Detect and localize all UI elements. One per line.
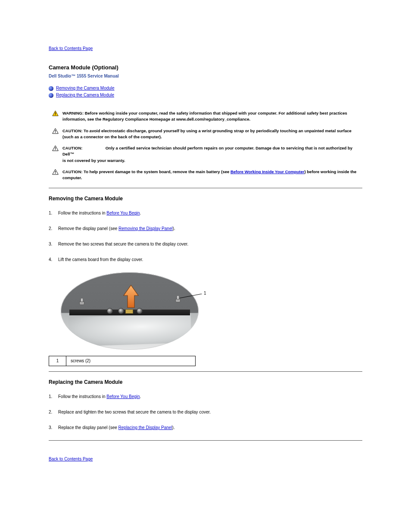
svg-rect-8 <box>55 149 56 150</box>
before-you-begin-link[interactable]: Before You Begin <box>106 394 140 399</box>
screw-icon <box>79 298 84 308</box>
legend-num: 1 <box>49 356 66 366</box>
replacing-display-panel-link[interactable]: Replacing the Display Panel <box>118 425 172 430</box>
warning-icon <box>52 112 59 117</box>
step: Lift the camera board from the display c… <box>49 257 362 263</box>
legend-text: screws (2) <box>66 356 196 366</box>
screw-icon <box>175 296 180 306</box>
svg-rect-10 <box>55 171 56 173</box>
bullet-icon <box>49 93 53 98</box>
divider <box>49 371 362 372</box>
toc-link-replace[interactable]: Replacing the Camera Module <box>56 92 114 98</box>
step-text: . <box>140 211 141 215</box>
caution-tech-line2: is not covered by your warranty. <box>62 158 125 163</box>
caution-icon <box>52 130 59 135</box>
caution-label: CAUTION: <box>62 146 82 150</box>
legend-table: 1 screws (2) <box>49 356 196 366</box>
table-of-contents: Removing the Camera Module Replacing the… <box>49 85 362 98</box>
caution-esd-text: CAUTION: To avoid electrostatic discharg… <box>62 127 361 144</box>
back-to-contents-top[interactable]: Back to Contents Page <box>49 46 93 52</box>
step: Follow the instructions in Before You Be… <box>49 210 362 216</box>
step-text: . <box>140 394 141 399</box>
divider <box>49 188 362 188</box>
step-text: ). <box>173 226 175 231</box>
caution-tech-cont: Only a certified service technician shou… <box>62 146 352 156</box>
step: Follow the instructions in Before You Be… <box>49 394 362 400</box>
step-text: Remove the two screws that secure the ca… <box>58 242 188 246</box>
back-to-contents-bottom[interactable]: Back to Contents Page <box>49 456 93 462</box>
svg-rect-4 <box>55 130 56 131</box>
toc-item: Replacing the Camera Module <box>49 92 362 98</box>
step-text: ). <box>172 425 175 430</box>
replace-heading: Replacing the Camera Module <box>49 379 362 386</box>
toc-link-remove[interactable]: Removing the Camera Module <box>56 85 115 91</box>
callout-number: 1 <box>204 290 206 296</box>
caution-icon <box>52 171 59 176</box>
svg-rect-1 <box>55 112 56 114</box>
figure-ellipse <box>61 272 199 350</box>
divider <box>49 440 362 441</box>
page-title: Camera Module (Optional) <box>49 64 362 72</box>
camera-connector <box>125 309 133 314</box>
svg-line-12 <box>180 294 202 298</box>
svg-rect-11 <box>55 173 56 174</box>
replace-steps: Follow the instructions in Before You Be… <box>49 394 362 431</box>
step-text: Replace and tighten the two screws that … <box>58 410 211 414</box>
step-text: Remove the display panel (see <box>58 226 118 231</box>
step-text: Lift the camera board from the display c… <box>58 257 143 262</box>
before-working-link[interactable]: Before Working Inside Your Computer <box>230 169 305 174</box>
step: Replace the display panel (see Replacing… <box>49 425 362 431</box>
notice-block: WARNING: Before working inside your comp… <box>49 109 362 185</box>
step: Replace and tighten the two screws that … <box>49 409 362 415</box>
remove-steps: Follow the instructions in Before You Be… <box>49 210 362 263</box>
step: Remove the two screws that secure the ca… <box>49 241 362 247</box>
warning-text: WARNING: Before working inside your comp… <box>62 109 361 126</box>
step-text: Follow the instructions in <box>58 394 106 399</box>
caution-battery-text: CAUTION: To help prevent damage to the s… <box>62 168 361 185</box>
figure-foil <box>68 313 191 347</box>
manual-subtitle: Dell Studio™ 1555 Service Manual <box>49 73 362 79</box>
caution-icon <box>52 147 59 152</box>
lift-arrow-icon <box>122 284 140 309</box>
step-text: Replace the display panel (see <box>58 425 118 430</box>
step: Remove the display panel (see Removing t… <box>49 226 362 232</box>
before-you-begin-link[interactable]: Before You Begin <box>106 211 140 215</box>
camera-figure: 1 <box>61 272 207 350</box>
caution-tech-text: CAUTION: Only a certified service techni… <box>62 144 361 167</box>
removing-display-panel-link[interactable]: Removing the Display Panel <box>118 226 173 231</box>
svg-rect-2 <box>55 115 56 115</box>
svg-rect-7 <box>55 147 56 149</box>
toc-item: Removing the Camera Module <box>49 85 362 91</box>
svg-rect-5 <box>55 132 56 133</box>
caution-battery-prefix: CAUTION: To help prevent damage to the s… <box>62 169 230 174</box>
step-text: Follow the instructions in <box>58 211 106 215</box>
remove-heading: Removing the Camera Module <box>49 195 362 202</box>
bullet-icon <box>49 86 53 91</box>
callout: 1 <box>180 291 207 300</box>
